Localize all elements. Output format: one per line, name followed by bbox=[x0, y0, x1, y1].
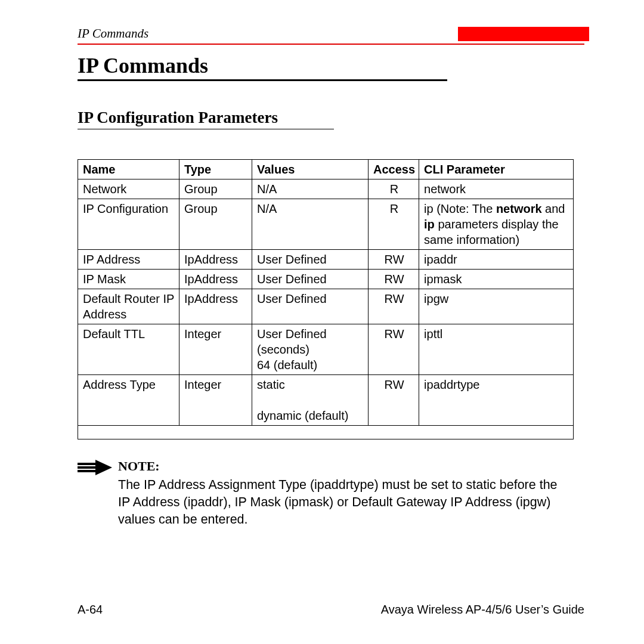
cell-values: N/A bbox=[252, 199, 369, 250]
cell-access: RW bbox=[369, 324, 419, 375]
footer-page-number: A-64 bbox=[78, 603, 103, 617]
table-row: IP Address IpAddress User Defined RW ipa… bbox=[78, 250, 574, 270]
note-label: NOTE: bbox=[118, 459, 572, 474]
running-header-title: IP Commands bbox=[78, 26, 148, 41]
section-title: IP Configuration Parameters bbox=[78, 109, 334, 129]
table-spacer-row bbox=[78, 426, 574, 439]
svg-rect-1 bbox=[78, 466, 95, 469]
cell-cli: ipmask bbox=[419, 270, 574, 289]
note-arrow-icon bbox=[78, 460, 113, 475]
cell-type: IpAddress bbox=[179, 289, 252, 324]
cell-values: User Defined (seconds) 64 (default) bbox=[252, 324, 369, 375]
svg-marker-3 bbox=[95, 460, 112, 475]
page-title: IP Commands bbox=[78, 53, 447, 81]
cell-cli: ip (Note: The network and ip parameters … bbox=[419, 199, 574, 250]
svg-rect-0 bbox=[78, 463, 95, 465]
cell-type: IpAddress bbox=[179, 270, 252, 289]
cell-type: Integer bbox=[179, 324, 252, 375]
cell-cli: network bbox=[419, 179, 574, 199]
cell-name: IP Mask bbox=[78, 270, 179, 289]
cell-values: User Defined bbox=[252, 270, 369, 289]
col-header-values: Values bbox=[252, 160, 369, 179]
cell-name: IP Configuration bbox=[78, 199, 179, 250]
cell-access: RW bbox=[369, 375, 419, 426]
cell-name: Default TTL bbox=[78, 324, 179, 375]
cell-access: R bbox=[369, 199, 419, 250]
cell-access: RW bbox=[369, 250, 419, 270]
cell-type: IpAddress bbox=[179, 250, 252, 270]
table-row: Address Type Integer static dynamic (def… bbox=[78, 375, 574, 426]
cell-name: IP Address bbox=[78, 250, 179, 270]
cell-cli: ipgw bbox=[419, 289, 574, 324]
params-table: Name Type Values Access CLI Parameter Ne… bbox=[78, 159, 574, 439]
col-header-access: Access bbox=[369, 160, 419, 179]
note-text: The IP Address Assignment Type (ipaddrty… bbox=[118, 476, 572, 528]
footer-doc-title: Avaya Wireless AP-4/5/6 User’s Guide bbox=[381, 603, 584, 617]
cell-name: Default Router IP Address bbox=[78, 289, 179, 324]
col-header-cli: CLI Parameter bbox=[419, 160, 574, 179]
table-row: IP Mask IpAddress User Defined RW ipmask bbox=[78, 270, 574, 289]
header-accent-block bbox=[458, 27, 589, 41]
cell-values: static dynamic (default) bbox=[252, 375, 369, 426]
svg-rect-2 bbox=[78, 470, 95, 472]
cell-values: N/A bbox=[252, 179, 369, 199]
cell-cli: ipttl bbox=[419, 324, 574, 375]
table-row: IP Configuration Group N/A R ip (Note: T… bbox=[78, 199, 574, 250]
table-header-row: Name Type Values Access CLI Parameter bbox=[78, 160, 574, 179]
cell-cli: ipaddr bbox=[419, 250, 574, 270]
cell-cli: ipaddrtype bbox=[419, 375, 574, 426]
cell-type: Integer bbox=[179, 375, 252, 426]
cell-access: R bbox=[369, 179, 419, 199]
running-header: IP Commands bbox=[78, 26, 584, 45]
cell-name: Address Type bbox=[78, 375, 179, 426]
cell-type: Group bbox=[179, 199, 252, 250]
cell-type: Group bbox=[179, 179, 252, 199]
col-header-type: Type bbox=[179, 160, 252, 179]
cell-values: User Defined bbox=[252, 250, 369, 270]
page-footer: A-64 Avaya Wireless AP-4/5/6 User’s Guid… bbox=[78, 603, 584, 617]
table-row: Network Group N/A R network bbox=[78, 179, 574, 199]
cell-values: User Defined bbox=[252, 289, 369, 324]
note-block: NOTE: The IP Address Assignment Type (ip… bbox=[78, 459, 572, 528]
cell-name: Network bbox=[78, 179, 179, 199]
col-header-name: Name bbox=[78, 160, 179, 179]
table-row: Default Router IP Address IpAddress User… bbox=[78, 289, 574, 324]
table-row: Default TTL Integer User Defined (second… bbox=[78, 324, 574, 375]
cell-access: RW bbox=[369, 289, 419, 324]
cell-access: RW bbox=[369, 270, 419, 289]
